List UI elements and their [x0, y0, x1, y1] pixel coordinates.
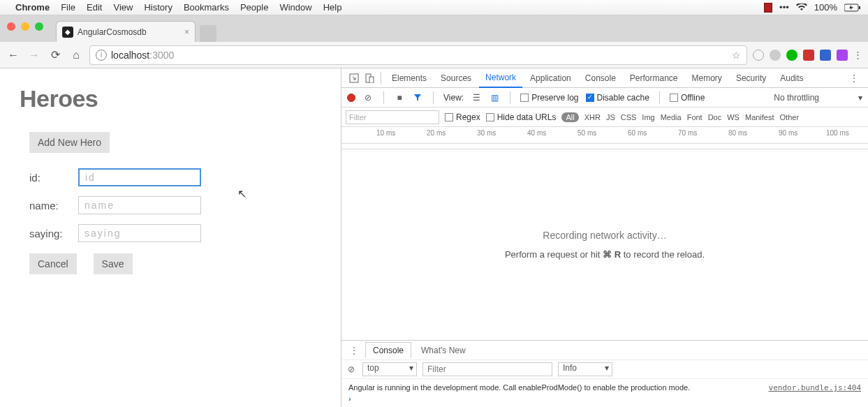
tick: 60 ms — [628, 129, 647, 137]
filter-other[interactable]: Other — [780, 113, 800, 121]
chrome-menu-icon[interactable]: ⋮ — [853, 50, 862, 60]
close-window-icon[interactable] — [7, 22, 15, 31]
devtools: Elements Sources Network Application Con… — [341, 68, 868, 407]
new-tab-button[interactable] — [200, 25, 216, 42]
id-input[interactable] — [78, 168, 201, 186]
filter-icon[interactable] — [412, 92, 423, 103]
offline[interactable]: Offline — [670, 93, 705, 103]
menu-history[interactable]: History — [144, 2, 172, 13]
network-toolbar: ⊘ ■ View: ☰ ▥ Preserve log Disable cache… — [341, 88, 868, 108]
tab-elements[interactable]: Elements — [385, 68, 433, 88]
filter-js[interactable]: JS — [606, 113, 615, 121]
tab-audits[interactable]: Audits — [774, 68, 809, 88]
wifi-icon[interactable] — [796, 3, 807, 12]
tab-console[interactable]: Console — [579, 68, 622, 88]
console-context-select[interactable]: top▾ — [362, 362, 417, 376]
minimize-window-icon[interactable] — [21, 22, 29, 31]
menu-view[interactable]: View — [113, 2, 133, 13]
name-label: name: — [29, 200, 78, 212]
ext-icon-5[interactable] — [820, 50, 831, 61]
battery-icon[interactable] — [844, 3, 861, 12]
address-bar[interactable]: i localhost:3000 ☆ — [89, 45, 747, 65]
filter-media[interactable]: Media — [661, 113, 682, 121]
filter-doc[interactable]: Doc — [708, 113, 722, 121]
tab-application[interactable]: Application — [524, 68, 578, 88]
window-controls[interactable] — [7, 22, 43, 31]
tab-close-icon[interactable]: × — [184, 27, 189, 37]
tick: 10 ms — [376, 129, 395, 137]
drawer-menu-icon[interactable]: ⋮ — [346, 346, 362, 355]
url-host: localhost — [111, 50, 149, 61]
filter-ws[interactable]: WS — [727, 113, 740, 121]
drawer-tabs: ⋮ Console What's New — [341, 340, 868, 360]
console-clear-icon[interactable]: ⊘ — [346, 364, 357, 375]
filter-font[interactable]: Font — [687, 113, 703, 121]
ext-icon-4[interactable] — [803, 50, 814, 61]
ext-icon-3[interactable] — [786, 50, 797, 61]
maximize-window-icon[interactable] — [35, 22, 43, 31]
camera-icon[interactable]: ■ — [394, 92, 405, 103]
reload-button[interactable]: ⟳ — [47, 47, 63, 63]
filter-css[interactable]: CSS — [621, 113, 637, 121]
filter-manifest[interactable]: Manifest — [745, 113, 774, 121]
console-level-select[interactable]: Info▾ — [558, 362, 612, 376]
console-toolbar: ⊘ top▾ Info▾ — [341, 360, 868, 379]
tab-network[interactable]: Network — [479, 68, 522, 88]
save-button[interactable]: Save — [94, 253, 133, 274]
menu-window[interactable]: Window — [279, 2, 311, 13]
home-button[interactable]: ⌂ — [68, 47, 84, 63]
view-list-icon[interactable]: ☰ — [471, 92, 482, 103]
tick: 90 ms — [779, 129, 797, 137]
menu-file[interactable]: File — [61, 2, 75, 13]
inspect-icon[interactable] — [347, 71, 361, 85]
star-icon[interactable]: ☆ — [732, 50, 741, 61]
console-message: Angular is running in the development mo… — [348, 383, 740, 392]
filter-img[interactable]: Img — [642, 113, 654, 121]
preserve-log[interactable]: Preserve log — [520, 93, 578, 103]
back-button[interactable]: ← — [6, 47, 21, 63]
menu-edit[interactable]: Edit — [87, 2, 102, 13]
forward-button: → — [27, 47, 42, 63]
timeline-body[interactable] — [341, 144, 868, 149]
tab-memory[interactable]: Memory — [686, 68, 728, 88]
record-icon[interactable] — [347, 94, 355, 102]
tick: 40 ms — [527, 129, 546, 137]
cancel-button[interactable]: Cancel — [29, 253, 77, 274]
browser-tab[interactable]: ◆ AngularCosmosdb × — [56, 21, 196, 42]
console-filter-input[interactable] — [422, 362, 552, 376]
tab-sources[interactable]: Sources — [434, 68, 478, 88]
ext-icon-6[interactable] — [837, 50, 848, 61]
device-icon[interactable] — [362, 71, 376, 85]
throttle-select[interactable]: No throttling▾ — [774, 93, 862, 103]
tab-security[interactable]: Security — [730, 68, 772, 88]
clear-icon[interactable]: ⊘ — [362, 92, 374, 103]
menu-bookmarks[interactable]: Bookmarks — [184, 2, 229, 13]
regex-checkbox[interactable]: Regex — [445, 112, 480, 122]
network-timeline[interactable]: 10 ms 20 ms 30 ms 40 ms 50 ms 60 ms 70 m… — [341, 127, 868, 144]
menu-people[interactable]: People — [240, 2, 268, 13]
menu-app[interactable]: Chrome — [15, 2, 50, 13]
disable-cache[interactable]: Disable cache — [586, 93, 649, 103]
ext-icon-1[interactable] — [753, 50, 764, 61]
console-source-link[interactable]: vendor.bundle.js:404 — [769, 383, 861, 392]
console-output: Angular is running in the development mo… — [341, 379, 868, 407]
add-hero-button[interactable]: Add New Hero — [29, 132, 110, 153]
view-large-icon[interactable]: ▥ — [489, 92, 500, 103]
hide-urls-checkbox[interactable]: Hide data URLs — [486, 112, 557, 122]
network-filter-input[interactable] — [346, 110, 439, 124]
tab-performance[interactable]: Performance — [624, 68, 684, 88]
hint-text: Perform a request or hit ⌘ R to record t… — [505, 249, 705, 260]
menu-help[interactable]: Help — [323, 2, 342, 13]
drawer-tab-whatsnew[interactable]: What's New — [414, 343, 473, 358]
drawer-tab-console[interactable]: Console — [365, 342, 411, 358]
ext-icon-2[interactable] — [770, 50, 781, 61]
screenrec-icon[interactable] — [764, 3, 772, 13]
more-icon[interactable]: ••• — [779, 2, 789, 13]
filter-xhr[interactable]: XHR — [584, 113, 601, 121]
devtools-menu-icon[interactable]: ⋮ — [846, 73, 862, 83]
site-info-icon[interactable]: i — [96, 50, 107, 61]
name-input[interactable] — [78, 196, 201, 214]
console-prompt[interactable]: › — [348, 394, 861, 403]
filter-all[interactable]: All — [561, 112, 578, 122]
saying-input[interactable] — [78, 224, 201, 242]
